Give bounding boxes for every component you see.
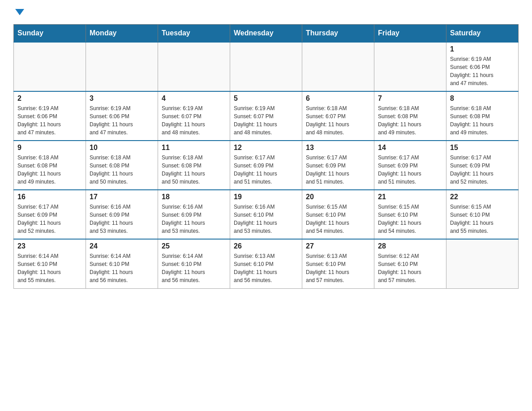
calendar-cell: 11Sunrise: 6:18 AMSunset: 6:08 PMDayligh… [158, 141, 230, 190]
calendar-cell: 22Sunrise: 6:15 AMSunset: 6:10 PMDayligh… [446, 190, 519, 239]
calendar-cell: 18Sunrise: 6:16 AMSunset: 6:09 PMDayligh… [158, 190, 230, 239]
calendar-cell: 25Sunrise: 6:14 AMSunset: 6:10 PMDayligh… [158, 239, 230, 288]
logo-triangle-icon [15, 9, 24, 15]
day-info: Sunrise: 6:17 AMSunset: 6:09 PMDaylight:… [17, 203, 82, 235]
day-info: Sunrise: 6:14 AMSunset: 6:10 PMDaylight:… [90, 252, 154, 284]
calendar-cell: 28Sunrise: 6:12 AMSunset: 6:10 PMDayligh… [374, 239, 446, 288]
day-number: 13 [306, 144, 370, 152]
day-info: Sunrise: 6:18 AMSunset: 6:08 PMDaylight:… [90, 154, 154, 186]
calendar-cell: 20Sunrise: 6:15 AMSunset: 6:10 PMDayligh… [302, 190, 374, 239]
day-number: 10 [90, 144, 154, 152]
calendar-header-row: Sunday Monday Tuesday Wednesday Thursday… [14, 25, 519, 43]
calendar-cell [14, 42, 86, 91]
header-saturday: Saturday [446, 25, 519, 43]
day-info: Sunrise: 6:13 AMSunset: 6:10 PMDaylight:… [234, 252, 298, 284]
day-info: Sunrise: 6:17 AMSunset: 6:09 PMDaylight:… [306, 154, 370, 186]
day-number: 9 [17, 144, 82, 152]
calendar-cell [446, 239, 519, 288]
day-number: 6 [306, 94, 370, 103]
calendar-cell: 3Sunrise: 6:19 AMSunset: 6:06 PMDaylight… [86, 91, 158, 141]
day-info: Sunrise: 6:16 AMSunset: 6:10 PMDaylight:… [234, 203, 298, 235]
calendar-cell: 5Sunrise: 6:19 AMSunset: 6:07 PMDaylight… [230, 91, 302, 141]
day-number: 15 [450, 144, 515, 152]
calendar-cell: 4Sunrise: 6:19 AMSunset: 6:07 PMDaylight… [158, 91, 230, 141]
calendar-cell [86, 42, 158, 91]
day-number: 16 [17, 193, 82, 201]
day-info: Sunrise: 6:18 AMSunset: 6:08 PMDaylight:… [17, 154, 82, 186]
day-info: Sunrise: 6:19 AMSunset: 6:07 PMDaylight:… [162, 104, 226, 137]
calendar-cell: 2Sunrise: 6:19 AMSunset: 6:06 PMDaylight… [14, 91, 86, 141]
page-header [13, 9, 519, 15]
day-info: Sunrise: 6:19 AMSunset: 6:06 PMDaylight:… [450, 55, 515, 87]
day-number: 25 [162, 242, 226, 250]
day-info: Sunrise: 6:18 AMSunset: 6:07 PMDaylight:… [306, 104, 370, 137]
calendar-cell: 21Sunrise: 6:15 AMSunset: 6:10 PMDayligh… [374, 190, 446, 239]
calendar-cell: 16Sunrise: 6:17 AMSunset: 6:09 PMDayligh… [14, 190, 86, 239]
day-info: Sunrise: 6:14 AMSunset: 6:10 PMDaylight:… [17, 252, 82, 284]
calendar-cell: 15Sunrise: 6:17 AMSunset: 6:09 PMDayligh… [446, 141, 519, 190]
day-number: 28 [378, 242, 442, 250]
day-info: Sunrise: 6:14 AMSunset: 6:10 PMDaylight:… [162, 252, 226, 284]
day-info: Sunrise: 6:17 AMSunset: 6:09 PMDaylight:… [450, 154, 515, 186]
day-number: 5 [234, 94, 298, 103]
day-info: Sunrise: 6:16 AMSunset: 6:09 PMDaylight:… [162, 203, 226, 235]
day-number: 26 [234, 242, 298, 250]
day-info: Sunrise: 6:18 AMSunset: 6:08 PMDaylight:… [450, 104, 515, 137]
day-number: 21 [378, 193, 442, 201]
calendar-cell [302, 42, 374, 91]
calendar-cell: 6Sunrise: 6:18 AMSunset: 6:07 PMDaylight… [302, 91, 374, 141]
day-info: Sunrise: 6:15 AMSunset: 6:10 PMDaylight:… [306, 203, 370, 235]
calendar-week-row: 2Sunrise: 6:19 AMSunset: 6:06 PMDaylight… [14, 91, 519, 141]
day-number: 18 [162, 193, 226, 201]
day-info: Sunrise: 6:18 AMSunset: 6:08 PMDaylight:… [378, 104, 442, 137]
header-wednesday: Wednesday [230, 25, 302, 43]
calendar-cell [158, 42, 230, 91]
day-info: Sunrise: 6:19 AMSunset: 6:06 PMDaylight:… [17, 104, 82, 137]
header-sunday: Sunday [14, 25, 86, 43]
day-info: Sunrise: 6:17 AMSunset: 6:09 PMDaylight:… [378, 154, 442, 186]
header-tuesday: Tuesday [158, 25, 230, 43]
day-number: 24 [90, 242, 154, 250]
day-number: 2 [17, 94, 82, 103]
calendar-week-row: 16Sunrise: 6:17 AMSunset: 6:09 PMDayligh… [14, 190, 519, 239]
calendar-cell: 13Sunrise: 6:17 AMSunset: 6:09 PMDayligh… [302, 141, 374, 190]
calendar-cell: 7Sunrise: 6:18 AMSunset: 6:08 PMDaylight… [374, 91, 446, 141]
day-number: 14 [378, 144, 442, 152]
calendar-table: Sunday Monday Tuesday Wednesday Thursday… [13, 24, 519, 289]
day-info: Sunrise: 6:19 AMSunset: 6:06 PMDaylight:… [90, 104, 154, 137]
header-friday: Friday [374, 25, 446, 43]
calendar-cell: 24Sunrise: 6:14 AMSunset: 6:10 PMDayligh… [86, 239, 158, 288]
calendar-cell: 27Sunrise: 6:13 AMSunset: 6:10 PMDayligh… [302, 239, 374, 288]
day-info: Sunrise: 6:15 AMSunset: 6:10 PMDaylight:… [450, 203, 515, 235]
day-number: 12 [234, 144, 298, 152]
day-number: 17 [90, 193, 154, 201]
day-number: 1 [450, 45, 515, 53]
day-number: 11 [162, 144, 226, 152]
header-thursday: Thursday [302, 25, 374, 43]
day-number: 22 [450, 193, 515, 201]
calendar-cell: 10Sunrise: 6:18 AMSunset: 6:08 PMDayligh… [86, 141, 158, 190]
day-number: 20 [306, 193, 370, 201]
calendar-week-row: 23Sunrise: 6:14 AMSunset: 6:10 PMDayligh… [14, 239, 519, 288]
day-info: Sunrise: 6:17 AMSunset: 6:09 PMDaylight:… [234, 154, 298, 186]
day-info: Sunrise: 6:12 AMSunset: 6:10 PMDaylight:… [378, 252, 442, 284]
calendar-cell: 9Sunrise: 6:18 AMSunset: 6:08 PMDaylight… [14, 141, 86, 190]
day-number: 19 [234, 193, 298, 201]
day-info: Sunrise: 6:15 AMSunset: 6:10 PMDaylight:… [378, 203, 442, 235]
calendar-cell: 14Sunrise: 6:17 AMSunset: 6:09 PMDayligh… [374, 141, 446, 190]
calendar-cell: 19Sunrise: 6:16 AMSunset: 6:10 PMDayligh… [230, 190, 302, 239]
day-info: Sunrise: 6:19 AMSunset: 6:07 PMDaylight:… [234, 104, 298, 137]
day-number: 27 [306, 242, 370, 250]
calendar-cell: 26Sunrise: 6:13 AMSunset: 6:10 PMDayligh… [230, 239, 302, 288]
header-monday: Monday [86, 25, 158, 43]
day-info: Sunrise: 6:18 AMSunset: 6:08 PMDaylight:… [162, 154, 226, 186]
calendar-cell: 17Sunrise: 6:16 AMSunset: 6:09 PMDayligh… [86, 190, 158, 239]
day-number: 4 [162, 94, 226, 103]
calendar-cell: 1Sunrise: 6:19 AMSunset: 6:06 PMDaylight… [446, 42, 519, 91]
calendar-cell: 23Sunrise: 6:14 AMSunset: 6:10 PMDayligh… [14, 239, 86, 288]
calendar-cell: 8Sunrise: 6:18 AMSunset: 6:08 PMDaylight… [446, 91, 519, 141]
calendar-week-row: 1Sunrise: 6:19 AMSunset: 6:06 PMDaylight… [14, 42, 519, 91]
day-info: Sunrise: 6:13 AMSunset: 6:10 PMDaylight:… [306, 252, 370, 284]
logo [13, 9, 31, 15]
calendar-cell [230, 42, 302, 91]
